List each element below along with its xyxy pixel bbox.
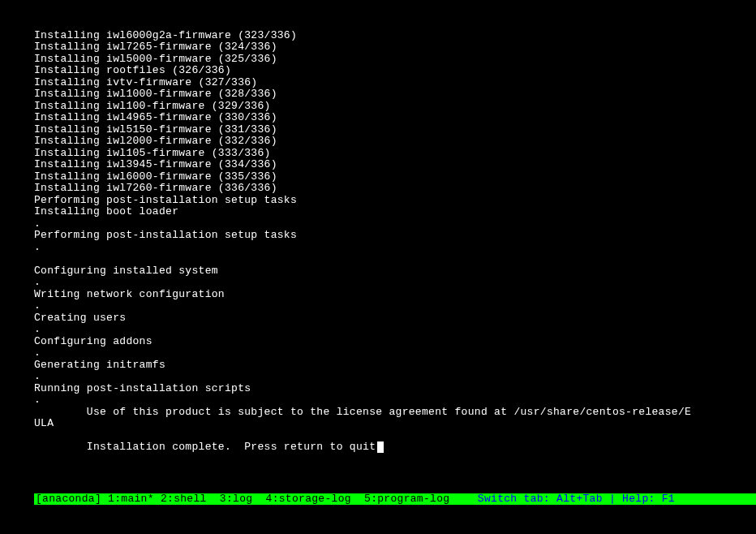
terminal-line: Installing iwl2000-firmware (332/336) <box>34 136 756 148</box>
terminal-line: Installing iwl5150-firmware (331/336) <box>34 124 756 136</box>
terminal-line: Installing iwl3945-firmware (334/336) <box>34 159 756 171</box>
terminal-line: Installing iwl105-firmware (333/336) <box>34 148 756 160</box>
cursor[interactable] <box>377 441 384 453</box>
status-bar-right: Switch tab: Alt+Tab | Help: F1 <box>478 493 681 506</box>
terminal-line: Creating users <box>34 312 756 325</box>
terminal-line: Installing iwl6000-firmware (335/336) <box>34 171 756 183</box>
terminal-line: Installing boot loader <box>34 206 756 218</box>
terminal-line: Installing iwl5000-firmware (325/336) <box>34 54 756 66</box>
terminal-line: Generating initramfs <box>34 360 756 372</box>
terminal-line: . <box>34 300 756 312</box>
terminal-line: Performing post-installation setup tasks <box>34 195 756 207</box>
terminal-line: Installation complete. Press return to q… <box>34 441 756 454</box>
terminal-line: . <box>34 324 756 336</box>
terminal-line: Running post-installation scripts <box>34 383 756 395</box>
terminal-line: Performing post-installation setup tasks <box>34 230 756 242</box>
terminal-line: . <box>34 242 756 254</box>
terminal-line <box>34 430 756 442</box>
terminal-line: ULA <box>34 418 756 430</box>
tmux-status-bar: [anaconda] 1:main* 2:shell 3:log 4:stora… <box>34 493 756 506</box>
terminal-line: Installing iwl6000g2a-firmware (323/336) <box>34 30 756 42</box>
terminal-line: Configuring addons <box>34 336 756 348</box>
terminal-line: . <box>34 277 756 289</box>
status-bar-left: [anaconda] 1:main* 2:shell 3:log 4:stora… <box>36 493 456 506</box>
terminal-line: Installing rootfiles (326/336) <box>34 65 756 77</box>
terminal-line: Installing iwl4965-firmware (330/336) <box>34 112 756 124</box>
terminal-line: . <box>34 394 756 407</box>
terminal-line: Installing iwl100-firmware (329/336) <box>34 101 756 113</box>
terminal-line: Installing iwl7265-firmware (324/336) <box>34 41 756 54</box>
terminal-line: Installing iwl7260-firmware (336/336) <box>34 183 756 195</box>
terminal-line <box>34 253 756 265</box>
terminal-line: Installing ivtv-firmware (327/336) <box>34 77 756 89</box>
terminal-line: . <box>34 218 756 230</box>
terminal-line: . <box>34 371 756 383</box>
terminal-line: Use of this product is subject to the li… <box>34 407 756 419</box>
terminal-line: Configuring installed system <box>34 265 756 278</box>
terminal-line: Writing network configuration <box>34 289 756 301</box>
terminal-output: Installing iwl6000g2a-firmware (323/336)… <box>0 0 756 454</box>
terminal-line: Installing iwl1000-firmware (328/336) <box>34 88 756 101</box>
terminal-line: . <box>34 347 756 360</box>
